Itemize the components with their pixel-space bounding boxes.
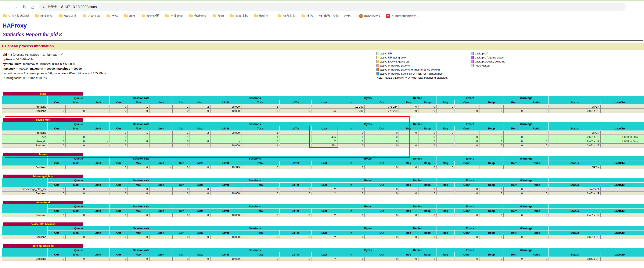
bookmark-label: 海纳百川 — [259, 14, 272, 18]
column-subheader: LastChk — [601, 252, 639, 256]
stat-cell: 0 — [280, 191, 311, 195]
column-subheader: Resp — [479, 230, 504, 235]
column-group-header: Errors — [436, 96, 504, 100]
stat-cell: 0 — [190, 191, 210, 195]
stat-cell: 3 — [241, 105, 279, 109]
stat-cell: 0 — [365, 235, 399, 239]
folder-icon — [4, 15, 7, 17]
status-cell: 2m51s UP — [549, 257, 600, 261]
bookmark-item[interactable]: 硬件配置 — [142, 14, 159, 18]
omnibox[interactable]: ▲ 不安全 8.137.13.15:9999/stats — [38, 3, 626, 10]
stat-cell — [639, 144, 644, 148]
stat-cell: 0s — [312, 109, 337, 113]
stat-cell — [639, 191, 644, 195]
column-subheader: In — [337, 230, 365, 235]
column-subheader: Max — [190, 100, 210, 104]
column-subheader: Resp — [418, 182, 436, 187]
bookmark-item[interactable]: 编程规范 — [59, 14, 76, 18]
column-subheader: Conn — [455, 230, 479, 235]
column-group-header — [549, 178, 644, 182]
stat-cell: 0 — [399, 257, 418, 261]
column-subheader: Limit — [86, 182, 110, 187]
bookmark-item[interactable]: 51Kubernetes网络组... — [386, 14, 419, 18]
column-subheader: Req — [436, 252, 454, 256]
stat-cell: 0 — [66, 139, 86, 143]
stat-cell — [86, 105, 110, 109]
stat-cell — [149, 187, 172, 191]
column-group-header: Warnings — [504, 96, 548, 100]
stat-cell: 0 — [639, 213, 644, 217]
column-group-header: Session rate — [110, 122, 172, 126]
back-button[interactable]: ← — [4, 4, 9, 10]
bookmark-item[interactable]: 开发工具 — [83, 14, 100, 18]
reload-button[interactable]: ↻ — [22, 4, 27, 10]
column-subheader: LastChk — [601, 230, 639, 235]
stat-cell: 0 — [337, 191, 365, 195]
page-subtitle: Statistics Report for pid 8 — [2, 32, 644, 38]
stat-cell: 0 — [418, 139, 436, 143]
stat-cell: 10 000 — [210, 213, 241, 217]
column-subheader: Conn — [455, 209, 479, 213]
stat-cell: 0 — [479, 191, 504, 195]
stat-cell — [524, 105, 548, 109]
bookmark-label: Kubernetes — [364, 14, 380, 18]
bookmark-item[interactable]: 企业管理 — [166, 14, 183, 18]
process-info-line: pid = 8 (process #1, nbproc = 1, nbthrea… — [2, 52, 644, 57]
bookmark-item[interactable]: 产品 — [106, 14, 118, 18]
stat-cell: 0 — [479, 109, 504, 113]
stat-cell: 0 — [337, 213, 365, 217]
stat-cell: 0 — [365, 257, 399, 261]
bookmark-item[interactable]: 海纳百川 — [254, 14, 272, 18]
forward-button[interactable]: → — [13, 4, 18, 10]
stat-cell: 0 — [418, 131, 436, 135]
column-subheader: Retr — [504, 126, 524, 130]
legend-item: backup UP — [471, 52, 488, 55]
legend-swatch — [376, 56, 379, 59]
stat-cell — [312, 105, 337, 109]
corner-header — [2, 248, 48, 256]
home-button[interactable]: ⌂ — [31, 4, 34, 10]
stat-cell: 0 — [455, 135, 479, 139]
stat-cell — [639, 109, 644, 113]
bookmark-label: 项目 — [129, 14, 135, 18]
bookmark-item[interactable]: 项目 — [124, 14, 135, 18]
column-subheader: Limit — [149, 230, 172, 235]
column-subheader: Cur — [110, 100, 128, 104]
column-subheader: Limit — [149, 126, 172, 130]
bookmark-item[interactable]: 伴侣 — [302, 14, 313, 18]
status-cell: OPEN — [549, 165, 600, 169]
stats-table-stats: QueueSession rateSessionsBytesDeniedErro… — [2, 96, 644, 113]
column-subheader: LbTot — [280, 161, 311, 165]
bookmark-item[interactable]: 资源 — [213, 14, 224, 18]
stat-cell — [86, 213, 110, 217]
lastchk-cell — [601, 105, 639, 109]
column-subheader: Cur — [110, 182, 128, 187]
stat-cell — [504, 131, 524, 135]
stats-table-ui-backend: QueueSession rateSessionsBytesDeniedErro… — [2, 204, 644, 217]
column-subheader: Cur — [110, 161, 128, 165]
bookmark-item[interactable]: 家在成都 — [230, 14, 248, 18]
column-subheader: Cur — [110, 252, 128, 256]
table-row-Frontend: Frontend00-0099 999000000OPEN — [2, 165, 644, 169]
bookmark-label: 资源 — [218, 14, 224, 18]
bookmark-item[interactable]: 语言&技术选型 — [4, 14, 29, 18]
stat-cell — [504, 165, 524, 169]
stat-cell: 0 — [280, 257, 311, 261]
bookmark-item[interactable]: 金融管理 — [189, 14, 206, 18]
column-subheader: Limit — [149, 209, 172, 213]
column-subheader: Total — [241, 252, 279, 256]
status-cell: 2m51s UP — [549, 144, 600, 148]
bookmark-item[interactable]: 环境研究 — [35, 14, 53, 18]
stat-cell: 0 — [173, 109, 190, 113]
bookmark-item[interactable]: 助力未来 — [278, 14, 295, 18]
column-group-header: Session rate — [110, 226, 172, 230]
table-row-Backend: Backend00000010 000000s12 390778 2540000… — [2, 109, 644, 113]
column-group-header: Errors — [436, 204, 504, 208]
column-subheader: Max — [66, 100, 86, 104]
stat-cell: 0 — [110, 165, 128, 169]
bookmark-item[interactable]: ✳Kubernetes — [359, 14, 380, 18]
column-subheader: Limit — [210, 161, 241, 165]
folder-icon — [59, 15, 63, 17]
stat-cell: 0 — [399, 109, 418, 113]
bookmark-item[interactable]: ✿华为云空间 — 存于... — [319, 14, 352, 18]
